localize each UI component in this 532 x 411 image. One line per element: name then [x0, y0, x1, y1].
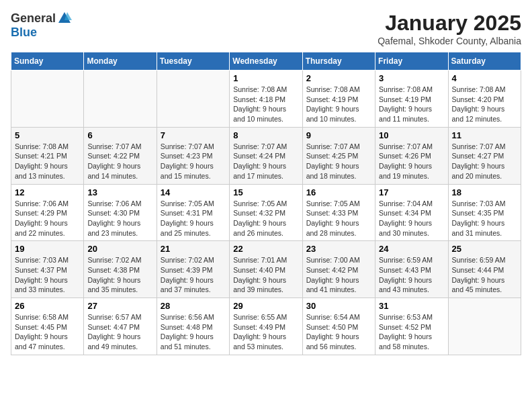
- day-header-tuesday: Tuesday: [157, 52, 229, 71]
- day-number: 5: [15, 130, 80, 140]
- day-info: Sunrise: 6:54 AM Sunset: 4:50 PM Dayligh…: [306, 312, 371, 352]
- day-info: Sunrise: 6:58 AM Sunset: 4:45 PM Dayligh…: [15, 312, 80, 352]
- calendar-day-2: 2Sunrise: 7:08 AM Sunset: 4:19 PM Daylig…: [302, 71, 375, 128]
- calendar-day-11: 11Sunrise: 7:07 AM Sunset: 4:27 PM Dayli…: [448, 127, 521, 184]
- day-header-saturday: Saturday: [448, 52, 521, 71]
- day-info: Sunrise: 7:05 AM Sunset: 4:33 PM Dayligh…: [306, 199, 371, 238]
- day-info: Sunrise: 7:07 AM Sunset: 4:25 PM Dayligh…: [306, 142, 371, 181]
- day-info: Sunrise: 7:02 AM Sunset: 4:39 PM Dayligh…: [161, 255, 226, 295]
- day-info: Sunrise: 7:05 AM Sunset: 4:31 PM Dayligh…: [161, 199, 226, 238]
- calendar-day-29: 29Sunrise: 6:55 AM Sunset: 4:49 PM Dayli…: [230, 298, 302, 355]
- calendar-day-20: 20Sunrise: 7:02 AM Sunset: 4:38 PM Dayli…: [84, 241, 157, 298]
- day-header-wednesday: Wednesday: [230, 52, 302, 71]
- calendar-day-8: 8Sunrise: 7:07 AM Sunset: 4:24 PM Daylig…: [230, 127, 302, 184]
- calendar-day-23: 23Sunrise: 7:00 AM Sunset: 4:42 PM Dayli…: [302, 241, 375, 298]
- logo-icon: [57, 11, 72, 26]
- calendar-day-19: 19Sunrise: 7:03 AM Sunset: 4:37 PM Dayli…: [11, 241, 84, 298]
- calendar-day-21: 21Sunrise: 7:02 AM Sunset: 4:39 PM Dayli…: [157, 241, 229, 298]
- day-number: 1: [233, 73, 298, 83]
- day-number: 2: [306, 73, 371, 83]
- calendar-day-25: 25Sunrise: 6:59 AM Sunset: 4:44 PM Dayli…: [448, 241, 521, 298]
- day-info: Sunrise: 7:08 AM Sunset: 4:21 PM Dayligh…: [15, 142, 80, 181]
- day-number: 30: [306, 301, 371, 311]
- calendar-day-3: 3Sunrise: 7:08 AM Sunset: 4:19 PM Daylig…: [375, 71, 448, 128]
- day-info: Sunrise: 7:01 AM Sunset: 4:40 PM Dayligh…: [233, 255, 298, 295]
- day-info: Sunrise: 7:07 AM Sunset: 4:26 PM Dayligh…: [379, 142, 444, 181]
- calendar-day-24: 24Sunrise: 6:59 AM Sunset: 4:43 PM Dayli…: [375, 241, 448, 298]
- calendar-header-row: SundayMondayTuesdayWednesdayThursdayFrid…: [11, 52, 521, 71]
- calendar-day-4: 4Sunrise: 7:08 AM Sunset: 4:20 PM Daylig…: [448, 71, 521, 128]
- day-info: Sunrise: 6:53 AM Sunset: 4:52 PM Dayligh…: [379, 312, 444, 352]
- day-number: 6: [87, 130, 152, 140]
- day-number: 21: [161, 244, 226, 254]
- day-number: 3: [379, 73, 444, 83]
- calendar-day-15: 15Sunrise: 7:05 AM Sunset: 4:32 PM Dayli…: [230, 184, 302, 241]
- day-info: Sunrise: 6:59 AM Sunset: 4:44 PM Dayligh…: [452, 255, 517, 295]
- calendar-week-2: 5Sunrise: 7:08 AM Sunset: 4:21 PM Daylig…: [11, 127, 521, 184]
- calendar-day-12: 12Sunrise: 7:06 AM Sunset: 4:29 PM Dayli…: [11, 184, 84, 241]
- day-info: Sunrise: 7:08 AM Sunset: 4:19 PM Dayligh…: [306, 85, 371, 124]
- day-number: 9: [306, 130, 371, 140]
- day-number: 11: [452, 130, 517, 140]
- day-number: 25: [452, 244, 517, 254]
- calendar-week-1: 1Sunrise: 7:08 AM Sunset: 4:18 PM Daylig…: [11, 71, 521, 128]
- calendar-day-10: 10Sunrise: 7:07 AM Sunset: 4:26 PM Dayli…: [375, 127, 448, 184]
- day-info: Sunrise: 7:07 AM Sunset: 4:22 PM Dayligh…: [87, 142, 152, 181]
- day-info: Sunrise: 7:06 AM Sunset: 4:29 PM Dayligh…: [15, 199, 80, 238]
- day-info: Sunrise: 6:59 AM Sunset: 4:43 PM Dayligh…: [379, 255, 444, 295]
- day-info: Sunrise: 7:08 AM Sunset: 4:20 PM Dayligh…: [452, 85, 517, 124]
- subtitle: Qafemal, Shkoder County, Albania: [378, 36, 521, 46]
- page-header: General Blue January 2025 Qafemal, Shkod…: [11, 11, 521, 46]
- day-info: Sunrise: 6:57 AM Sunset: 4:47 PM Dayligh…: [87, 312, 152, 352]
- day-header-sunday: Sunday: [11, 52, 84, 71]
- calendar-day-26: 26Sunrise: 6:58 AM Sunset: 4:45 PM Dayli…: [11, 298, 84, 355]
- logo-general: General: [11, 11, 56, 26]
- day-header-monday: Monday: [84, 52, 157, 71]
- empty-cell: [11, 71, 84, 128]
- day-number: 15: [233, 187, 298, 197]
- day-info: Sunrise: 7:08 AM Sunset: 4:18 PM Dayligh…: [233, 85, 298, 124]
- logo-blue: Blue: [11, 26, 37, 40]
- logo: General Blue: [11, 11, 72, 40]
- calendar-day-5: 5Sunrise: 7:08 AM Sunset: 4:21 PM Daylig…: [11, 127, 84, 184]
- calendar-day-13: 13Sunrise: 7:06 AM Sunset: 4:30 PM Dayli…: [84, 184, 157, 241]
- day-number: 7: [161, 130, 226, 140]
- day-info: Sunrise: 6:55 AM Sunset: 4:49 PM Dayligh…: [233, 312, 298, 352]
- day-number: 13: [87, 187, 152, 197]
- empty-cell: [448, 298, 521, 355]
- day-number: 24: [379, 244, 444, 254]
- calendar-day-17: 17Sunrise: 7:04 AM Sunset: 4:34 PM Dayli…: [375, 184, 448, 241]
- day-info: Sunrise: 7:05 AM Sunset: 4:32 PM Dayligh…: [233, 199, 298, 238]
- day-info: Sunrise: 7:07 AM Sunset: 4:23 PM Dayligh…: [161, 142, 226, 181]
- day-info: Sunrise: 7:04 AM Sunset: 4:34 PM Dayligh…: [379, 199, 444, 238]
- day-number: 17: [379, 187, 444, 197]
- day-number: 19: [15, 244, 80, 254]
- day-number: 28: [161, 301, 226, 311]
- empty-cell: [84, 71, 157, 128]
- day-number: 14: [161, 187, 226, 197]
- calendar-day-22: 22Sunrise: 7:01 AM Sunset: 4:40 PM Dayli…: [230, 241, 302, 298]
- calendar-day-31: 31Sunrise: 6:53 AM Sunset: 4:52 PM Dayli…: [375, 298, 448, 355]
- calendar-day-30: 30Sunrise: 6:54 AM Sunset: 4:50 PM Dayli…: [302, 298, 375, 355]
- day-info: Sunrise: 7:02 AM Sunset: 4:38 PM Dayligh…: [87, 255, 152, 295]
- day-number: 22: [233, 244, 298, 254]
- empty-cell: [157, 71, 229, 128]
- day-info: Sunrise: 7:00 AM Sunset: 4:42 PM Dayligh…: [306, 255, 371, 295]
- day-info: Sunrise: 7:06 AM Sunset: 4:30 PM Dayligh…: [87, 199, 152, 238]
- calendar-week-3: 12Sunrise: 7:06 AM Sunset: 4:29 PM Dayli…: [11, 184, 521, 241]
- day-info: Sunrise: 7:08 AM Sunset: 4:19 PM Dayligh…: [379, 85, 444, 124]
- month-title: January 2025: [378, 11, 521, 36]
- calendar-day-28: 28Sunrise: 6:56 AM Sunset: 4:48 PM Dayli…: [157, 298, 229, 355]
- calendar-day-1: 1Sunrise: 7:08 AM Sunset: 4:18 PM Daylig…: [230, 71, 302, 128]
- day-number: 4: [452, 73, 517, 83]
- day-number: 27: [87, 301, 152, 311]
- day-number: 8: [233, 130, 298, 140]
- calendar-day-6: 6Sunrise: 7:07 AM Sunset: 4:22 PM Daylig…: [84, 127, 157, 184]
- day-number: 26: [15, 301, 80, 311]
- calendar-week-5: 26Sunrise: 6:58 AM Sunset: 4:45 PM Dayli…: [11, 298, 521, 355]
- calendar-day-27: 27Sunrise: 6:57 AM Sunset: 4:47 PM Dayli…: [84, 298, 157, 355]
- calendar-day-9: 9Sunrise: 7:07 AM Sunset: 4:25 PM Daylig…: [302, 127, 375, 184]
- day-number: 23: [306, 244, 371, 254]
- calendar-day-18: 18Sunrise: 7:03 AM Sunset: 4:35 PM Dayli…: [448, 184, 521, 241]
- day-info: Sunrise: 6:56 AM Sunset: 4:48 PM Dayligh…: [161, 312, 226, 352]
